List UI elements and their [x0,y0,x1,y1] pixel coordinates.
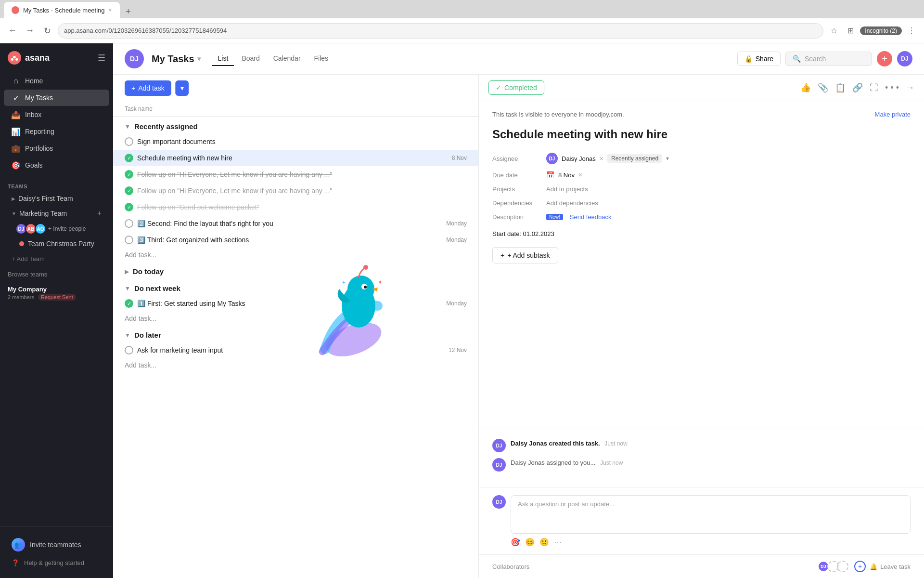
meta-row-due-date: Due date 📅 8 Nov × [492,171,911,179]
add-collaborator-btn[interactable]: + [854,561,866,572]
more-options-icon[interactable]: • • • [885,83,899,93]
remove-due-date-btn[interactable]: × [578,171,582,179]
sidebar-item-christmas-party[interactable]: Team Christmas Party [4,237,109,250]
remove-assignee-btn[interactable]: × [600,155,603,162]
task-check-empty[interactable] [125,346,133,355]
like-icon[interactable]: 👍 [800,82,811,93]
task-name: Follow up on "Hi Everyone, Let me know i… [137,187,467,195]
meta-row-assignee: Assignee DJ Daisy Jonas × Recently assig… [492,153,911,164]
sidebar-item-goals[interactable]: 🎯 Goals [4,157,109,173]
projects-label: Projects [492,185,540,193]
back-btn[interactable]: ← [6,24,19,38]
new-tab-btn[interactable]: + [122,5,135,18]
header-user-avatar[interactable]: DJ [897,51,912,66]
add-to-projects-btn[interactable]: Add to projects [546,185,588,193]
add-task-global-btn[interactable]: + [877,51,892,66]
task-row-selected[interactable]: ✓ Schedule meeting with new hire 8 Nov [113,150,478,166]
task-row[interactable]: ✓ Follow up on "Send out welcome packet" [113,199,478,215]
add-task-dropdown-btn[interactable]: ▾ [175,80,189,96]
task-check-completed[interactable]: ✓ [125,203,133,211]
bookmark-btn[interactable]: ☆ [827,24,841,38]
sidebar-item-portfolios[interactable]: 💼 Portfolios [4,140,109,157]
invite-teammates-btn[interactable]: 👥 Invite teammates [8,534,105,555]
completed-btn[interactable]: ✓ Completed [488,80,544,95]
help-btn[interactable]: ❓ Help & getting started [8,555,105,570]
task-row[interactable]: 2️⃣ Second: Find the layout that's right… [113,215,478,232]
attachment-icon[interactable]: 📎 [818,82,828,93]
sidebar-item-home[interactable]: ⌂ Home [4,73,109,89]
search-box[interactable]: 🔍 Search [785,52,872,66]
add-dependencies-btn[interactable]: Add dependencies [546,199,598,207]
tab-list[interactable]: List [212,52,234,66]
copy-icon[interactable]: 📋 [835,82,846,93]
task-check-completed[interactable]: ✓ [125,170,133,179]
assignee-avatar: DJ [546,153,558,164]
tab-board[interactable]: Board [236,52,265,66]
task-check-completed[interactable]: ✓ [125,154,133,162]
task-row[interactable]: 3️⃣ Third: Get organized with sections M… [113,232,478,248]
add-task-btn[interactable]: + Add task [125,80,171,96]
make-private-btn[interactable]: Make private [875,111,911,118]
link-icon[interactable]: 🔗 [852,82,863,93]
browser-more-btn[interactable]: ⋮ [905,24,918,38]
task-row[interactable]: Sign important documents [113,133,478,150]
share-btn[interactable]: 🔒 Share [737,52,781,66]
emoji2-icon[interactable]: 🙂 [539,538,549,547]
tab-close-btn[interactable]: × [109,7,112,13]
activity-content-2: Daisy Jonas assigned to you... Just now [511,458,623,472]
extensions-btn[interactable]: ⊞ [844,24,857,38]
expand-icon[interactable]: ⛶ [870,83,878,93]
mention-icon[interactable]: 🎯 [511,538,520,547]
sidebar-item-inbox[interactable]: 📥 Inbox [4,106,109,123]
section-header-do-later[interactable]: ▼ Do later [113,325,478,342]
sidebar-item-marketing-team[interactable]: ▼ Marketing Team + [4,206,109,221]
task-date: Monday [446,236,467,243]
add-team-btn[interactable]: + Add Team [4,251,109,266]
emoji-icon[interactable]: 😊 [525,538,535,547]
active-tab[interactable]: My Tasks - Schedule meeting × [4,2,120,18]
add-task-inline-btn[interactable]: Add task... [113,248,478,262]
send-feedback-link[interactable]: Send feedback [570,213,612,221]
task-check-empty[interactable] [125,137,133,146]
sidebar-item-reporting[interactable]: 📊 Reporting [4,123,109,140]
assignee-label: Assignee [492,155,540,162]
tab-calendar[interactable]: Calendar [268,52,307,66]
comment-input[interactable]: Ask a question or post an update... [511,495,911,534]
address-bar[interactable]: app.asana.com/0/1203269616387055/1203277… [58,23,823,39]
request-sent-badge[interactable]: Request Sent [38,294,76,301]
sidebar-item-my-tasks[interactable]: ✓ My Tasks [4,90,109,106]
sidebar-item-daisys-team[interactable]: ▶ Daisy's First Team [4,192,109,205]
section-header-recently-assigned[interactable]: ▼ Recently assigned [113,117,478,133]
add-task-inline-do-later[interactable]: Add task... [113,358,478,372]
section-tag-dropdown-icon[interactable]: ▾ [666,155,669,162]
task-row[interactable]: ✓ 1️⃣ First: Get started using My Tasks … [113,295,478,312]
task-check-completed[interactable]: ✓ [125,186,133,195]
section-header-do-today[interactable]: ▶ Do today [113,262,478,278]
task-row[interactable]: ✓ Follow up on "Hi Everyone, Let me know… [113,183,478,199]
task-row[interactable]: ✓ Follow up on "Hi Everyone, Let me know… [113,166,478,183]
team-add-btn[interactable]: + [97,209,102,218]
refresh-btn[interactable]: ↻ [40,24,54,38]
add-subtask-btn[interactable]: + + Add subtask [492,247,558,263]
page-title-dropdown-icon[interactable]: ▾ [197,55,201,63]
task-check-empty[interactable] [125,236,133,244]
marketing-arrow-icon: ▼ [12,211,16,216]
projects-value: Add to projects [546,185,588,193]
incognito-btn[interactable]: Incognito (2) [860,26,902,35]
task-check-empty[interactable] [125,219,133,228]
forward-btn[interactable]: → [23,24,37,38]
task-check-completed[interactable]: ✓ [125,299,133,308]
more-comment-icon[interactable]: ⋯ [554,538,562,547]
section-header-do-next-week[interactable]: ▼ Do next week [113,278,478,295]
leave-task-btn[interactable]: 🔔 Leave task [870,563,911,570]
section-recently-assigned: ▼ Recently assigned Sign important docum… [113,117,478,262]
close-panel-icon[interactable]: → [906,83,914,93]
invite-people-btn[interactable]: + Invite people [48,225,86,232]
sidebar-menu-btn[interactable]: ☰ [98,53,105,63]
tab-files[interactable]: Files [308,52,334,66]
add-task-inline-do-next-week[interactable]: Add task... [113,312,478,325]
task-row[interactable]: Ask for marketing team input 12 Nov [113,342,478,358]
team-members: DJ AB AO + Invite people [0,221,113,236]
add-task-inline-label: Add task... [125,251,156,259]
activity-time: Just now [604,440,627,447]
